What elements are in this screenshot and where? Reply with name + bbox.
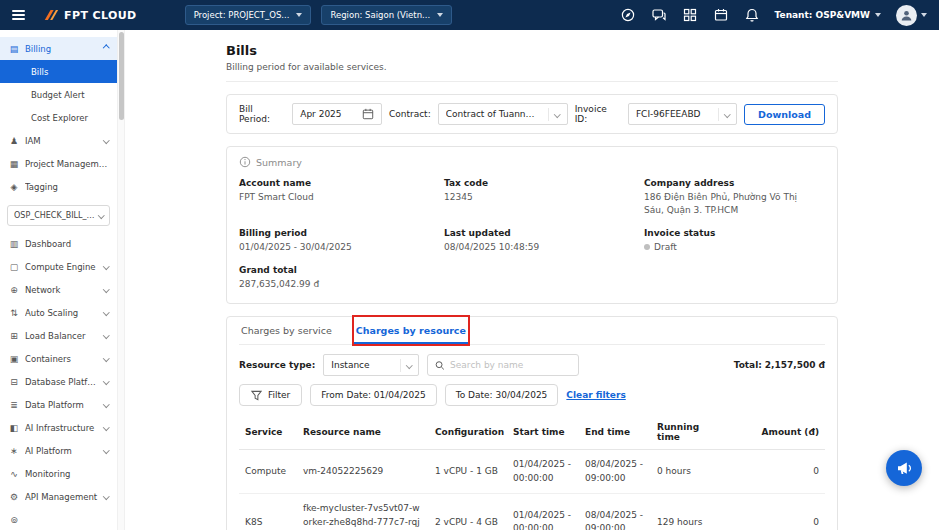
resource-type-select[interactable]: Instance [323,354,419,376]
chat-icon[interactable] [651,7,667,23]
table-row[interactable]: K8S fke-mycluster-7vs5vt07-worker-zhe8q8… [239,494,825,530]
sidebar-item-iam[interactable]: ♟ IAM [0,129,117,152]
fpt-logo-mark [43,7,59,23]
sidebar-item-network[interactable]: ⊕ Network [0,278,117,301]
apps-grid-icon[interactable] [682,7,698,23]
sidebar-item-cost-explorer[interactable]: Cost Explorer [0,106,117,129]
sidebar-item-ai-infrastructure[interactable]: ◧ AI Infrastructure [0,416,117,439]
bell-icon[interactable] [744,7,760,23]
region-selector[interactable]: Region: Saigon (Vietn... [321,5,452,25]
col-header-resource-name[interactable]: Resource name [297,415,429,450]
chevron-down-icon [406,362,412,368]
cell-service: K8S [239,494,297,530]
sidebar-item-ai-platform[interactable]: ∗ AI Platform [0,439,117,462]
search-input[interactable] [450,360,571,370]
col-header-amount[interactable]: Amount (đ) [717,415,825,450]
ai-infrastructure-icon: ◧ [9,423,19,433]
chevron-down-icon [103,309,109,315]
billing-project-select[interactable]: OSP_CHECK_BILL_001 [7,205,110,226]
compute-engine-icon: ▢ [9,262,19,272]
sidebar-item-load-balancer[interactable]: ⊞ Load Balancer [0,324,117,347]
sidebar-item-label: Tagging [25,182,108,192]
sidebar-item-api-management[interactable]: ⚙ API Management [0,485,117,508]
tab-charges-by-resource[interactable]: Charges by resource [354,317,468,344]
chevron-down-icon [296,13,302,17]
database-platform-icon: ⊟ [9,377,19,387]
app-window: FPT CLOUD Project: PROJECT_OS... Region:… [0,0,939,530]
col-header-start-time[interactable]: Start time [507,415,579,450]
sidebar-item-tagging[interactable]: ◈ Tagging [0,175,117,198]
clear-filters-link[interactable]: Clear filters [566,390,625,400]
field-label: Billing period [239,228,444,238]
selected-value: OSP_CHECK_BILL_001 [14,211,95,220]
chevron-down-icon [103,378,109,384]
sidebar-item-data-platform[interactable]: ≣ Data Platform [0,393,117,416]
total-amount: Total: 2,157,500 đ [734,360,825,370]
project-selector-label: Project: PROJECT_OS... [194,10,290,20]
summary-header[interactable]: Summary [239,156,825,168]
sidebar-scrollbar[interactable] [117,30,125,530]
sidebar-item-bills[interactable]: Bills [0,60,117,83]
sidebar-item-label: Containers [25,354,98,364]
announcement-fab-button[interactable] [886,450,922,486]
sidebar-item-compute-engine[interactable]: ▢ Compute Engine [0,255,117,278]
partial-item-icon: ⊚ [9,515,19,525]
topbar-actions: Tenant: OSP&VMW [620,5,927,26]
col-header-configuration[interactable]: Configuration [429,415,507,450]
bill-filter-card: Bill Period: Apr 2025 Contract: Contract… [226,94,838,134]
filter-button[interactable]: Filter [239,384,302,406]
search-box[interactable] [427,354,579,376]
cell-end-time: 08/04/2025 - 09:00:00 [579,450,651,494]
invoice-id-select[interactable]: FCI-96FEEABD [628,103,737,125]
to-date-chip[interactable]: To Date: 30/04/2025 [445,384,559,406]
calendar-icon[interactable] [713,7,729,23]
sidebar-item-label: Cost Explorer [31,113,88,123]
field-value: 08/04/2025 10:48:59 [444,241,644,254]
scrollbar-thumb[interactable] [119,32,124,120]
sidebar-item-containers[interactable]: ▣ Containers [0,347,117,370]
project-selector[interactable]: Project: PROJECT_OS... [185,5,312,25]
sidebar-item-label: IAM [25,136,98,146]
cell-start-time: 01/04/2025 - 00:00:00 [507,494,579,530]
sidebar-item-monitoring[interactable]: ∿ Monitoring [0,462,117,485]
table-row[interactable]: Compute vm-24052225629 1 vCPU - 1 GB 01/… [239,450,825,494]
field-label: Tax code [444,178,644,188]
resource-type-value: Instance [331,360,390,370]
megaphone-icon [895,459,913,477]
chevron-down-icon [103,332,109,338]
sidebar-item-dashboard[interactable]: ▥ Dashboard [0,232,117,255]
col-header-service[interactable]: Service [239,415,297,450]
col-header-running-time[interactable]: Running time [651,415,717,450]
status-dot-icon [644,244,650,250]
user-menu[interactable] [896,5,927,26]
sidebar-item-auto-scaling[interactable]: ⇅ Auto Scaling [0,301,117,324]
field-billing-period: Billing period 01/04/2025 - 30/04/2025 [239,228,444,254]
tab-charges-by-service[interactable]: Charges by service [239,317,334,344]
cell-configuration: 1 vCPU - 1 GB [429,450,507,494]
divider [226,81,838,82]
cell-resource: vm-24052225629 [297,450,429,494]
contract-select[interactable]: Contract of Tuannn52... [438,103,568,125]
tenant-selector[interactable]: Tenant: OSP&VMW [775,10,881,20]
sidebar-item-label: Billing [25,44,98,54]
col-header-end-time[interactable]: End time [579,415,651,450]
sidebar-item-project-management[interactable]: ▦ Project Management [0,152,117,175]
bill-period-input[interactable]: Apr 2025 [292,103,382,125]
tagging-icon: ◈ [9,182,19,192]
menu-icon[interactable] [12,10,25,20]
ai-platform-icon: ∗ [9,446,19,456]
sidebar-item-database-platform[interactable]: ⊟ Database Platform [0,370,117,393]
chevron-down-icon [875,13,881,17]
resource-type-label: Resource type: [239,360,315,370]
sidebar-item-label: API Management [25,492,98,502]
cell-end-time: 08/04/2025 - 09:00:00 [579,494,651,530]
sidebar-item-budget-alert[interactable]: Budget Alert [0,83,117,106]
region-selector-label: Region: Saigon (Vietn... [330,10,430,20]
from-date-chip[interactable]: From Date: 01/04/2025 [310,384,436,406]
sidebar-item-billing[interactable]: ▤ Billing [0,37,117,60]
sidebar-item-partial[interactable]: ⊚ [0,508,117,530]
chevron-down-icon [921,13,927,17]
chevron-down-icon [103,401,109,407]
explore-icon[interactable] [620,7,636,23]
download-button[interactable]: Download [744,104,825,125]
